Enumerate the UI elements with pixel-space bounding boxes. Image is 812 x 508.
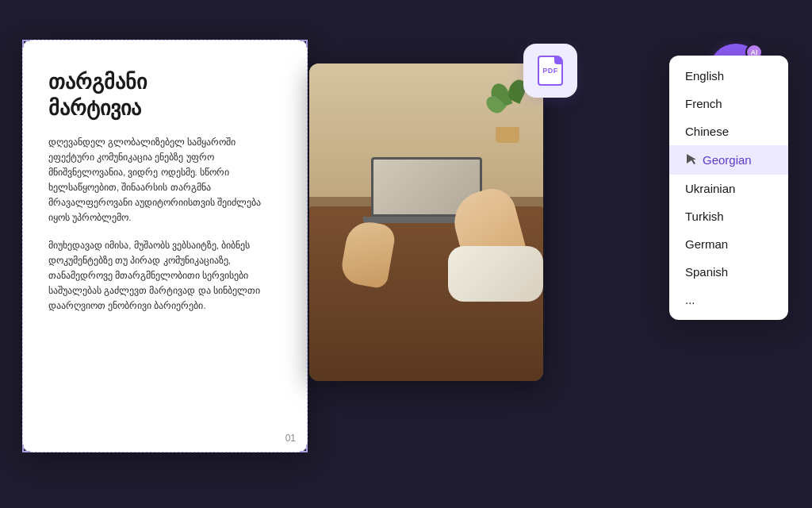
lang-item-spanish[interactable]: Spanish <box>669 258 788 286</box>
corner-br <box>300 444 308 452</box>
lang-label-english: English <box>685 69 724 83</box>
lang-item-english[interactable]: English <box>669 62 788 90</box>
lang-label-georgian: Georgian <box>703 153 752 167</box>
lang-label-turkish: Turkish <box>685 210 724 223</box>
document-paragraph-2: მიუხედავად იმისა, მუშაობს ვებსაიტზე, ბიბ… <box>48 238 282 314</box>
lang-item-more[interactable]: ... <box>669 286 788 314</box>
language-dropdown: EnglishFrenchChineseGeorgianUkrainianTur… <box>669 56 788 320</box>
main-scene: თარგმანი მარტივია დღევანდელ გლობალიზებელ… <box>0 0 812 508</box>
lang-label-german: German <box>685 237 728 251</box>
pdf-doc-icon: PDF <box>538 56 563 86</box>
lang-item-turkish[interactable]: Turkish <box>669 202 788 230</box>
document-card: თარგმანი მარტივია დღევანდელ გლობალიზებელ… <box>22 40 308 452</box>
lang-label-more: ... <box>685 293 695 306</box>
document-paragraph-1: დღევანდელ გლობალიზებელ სამყაროში ეფექტურ… <box>48 135 282 225</box>
document-title: თარგმანი მარტივია <box>48 69 282 121</box>
lang-item-german[interactable]: German <box>669 230 788 258</box>
lang-item-french[interactable]: French <box>669 90 788 117</box>
lang-item-georgian[interactable]: Georgian <box>669 145 788 175</box>
lang-label-spanish: Spanish <box>685 265 728 279</box>
lang-label-french: French <box>685 97 722 110</box>
page-number: 01 <box>285 433 296 444</box>
lang-label-ukrainian: Ukrainian <box>685 182 735 195</box>
corner-bl <box>22 444 30 452</box>
corner-tr <box>300 40 308 48</box>
corner-tl <box>22 40 30 48</box>
lang-item-chinese[interactable]: Chinese <box>669 117 788 145</box>
photo-card <box>309 64 543 381</box>
lang-item-ukrainian[interactable]: Ukrainian <box>669 175 788 202</box>
cursor-indicator <box>685 152 696 167</box>
pdf-icon-button[interactable]: PDF <box>523 44 577 98</box>
lang-label-chinese: Chinese <box>685 125 729 138</box>
